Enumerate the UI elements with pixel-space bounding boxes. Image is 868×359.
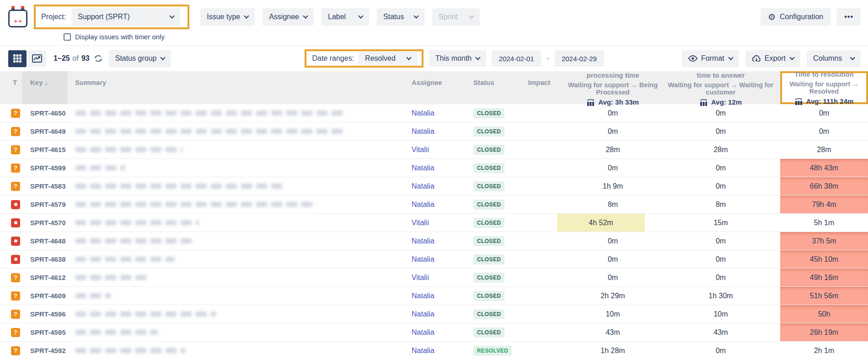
processing-time-cell: 4h 52m <box>564 214 661 232</box>
assignee-link[interactable]: Vitalii <box>412 146 429 154</box>
issue-key[interactable]: SPRT-4649 <box>22 122 68 140</box>
processing-time-cell: 28m <box>564 141 661 158</box>
grid-view-button[interactable] <box>8 50 27 67</box>
chevron-down-icon <box>469 13 474 18</box>
assignee-link[interactable]: Natalia <box>412 182 434 190</box>
export-dropdown[interactable]: Export <box>745 50 800 67</box>
assignee-link[interactable]: Natalia <box>412 201 434 209</box>
label-filter-label: Label <box>328 13 346 21</box>
label-dropdown[interactable]: Label <box>321 8 369 26</box>
assignee-link[interactable]: Natalia <box>412 127 434 136</box>
format-dropdown[interactable]: Format <box>682 50 739 67</box>
pagination-of: of <box>73 54 79 63</box>
assignee-dropdown[interactable]: Assignee <box>263 8 314 26</box>
table-header: T Key ↓ Summary Assignee Status Impact p… <box>0 71 868 104</box>
processing-time-cell: 1h 28m <box>564 342 661 359</box>
time-to-resolution-cell: 66h 38m <box>780 177 868 195</box>
assignee-link[interactable]: Natalia <box>412 310 434 318</box>
assignee-link[interactable]: Natalia <box>412 109 434 117</box>
issue-key[interactable]: SPRT-4592 <box>22 342 68 359</box>
issue-key[interactable]: SPRT-4595 <box>22 323 68 341</box>
date-from-input[interactable] <box>492 50 541 67</box>
assignee-link[interactable]: Vitalii <box>412 219 429 227</box>
assignee-link[interactable]: Natalia <box>412 237 434 245</box>
issue-key[interactable]: SPRT-4615 <box>22 141 68 158</box>
bug-issue-type-icon <box>11 237 20 246</box>
table-row: ?SPRT-4609NataliaCLOSED2h 29m1h 30m51h 5… <box>0 287 868 305</box>
assignee-link[interactable]: Natalia <box>412 328 434 337</box>
impact-cell <box>514 232 564 250</box>
format-label: Format <box>701 54 724 63</box>
impact-cell <box>514 122 564 140</box>
project-value: Support (SPRT) <box>78 13 130 21</box>
summary-blurred <box>75 165 125 170</box>
question-issue-type-icon: ? <box>11 109 20 118</box>
chart-view-button[interactable] <box>28 50 46 67</box>
status-badge: CLOSED <box>473 127 504 137</box>
date-to-input[interactable] <box>555 50 604 67</box>
summary-blurred <box>75 257 175 262</box>
time-to-answer-cell: 0m <box>661 269 780 286</box>
assignee-link[interactable]: Vitalii <box>412 274 429 282</box>
issue-key[interactable]: SPRT-4650 <box>22 104 68 122</box>
processing-time-highlight: 4h 52m <box>557 214 645 232</box>
issue-key[interactable]: SPRT-4579 <box>22 195 68 213</box>
impact-cell <box>514 250 564 268</box>
assignee-link[interactable]: Natalia <box>412 347 434 355</box>
summary-blurred <box>75 184 285 189</box>
assignee-link[interactable]: Natalia <box>412 255 434 264</box>
time-to-answer-cell: 10m <box>661 305 780 323</box>
grid-icon <box>13 54 22 63</box>
timer-only-checkbox[interactable] <box>64 33 71 41</box>
impact-cell <box>514 287 564 305</box>
question-issue-type-icon: ? <box>11 291 20 301</box>
table-row: ?SPRT-4596NataliaCLOSED10m10m50h <box>0 305 868 323</box>
assignee-link[interactable]: Natalia <box>412 164 434 172</box>
issue-key[interactable]: SPRT-4638 <box>22 250 68 268</box>
time-to-resolution-cell: 2h 1m <box>780 342 868 359</box>
project-dropdown[interactable]: Support (SPRT) <box>71 8 180 26</box>
date-ranges-dropdown[interactable]: Resolved <box>359 52 417 65</box>
issue-key[interactable]: SPRT-4570 <box>22 214 68 232</box>
chevron-down-icon <box>476 55 481 60</box>
assignee-link[interactable]: Natalia <box>412 292 434 300</box>
chevron-down-icon <box>413 13 418 18</box>
col-header-type: T <box>0 71 22 106</box>
date-ranges-label: Date ranges: <box>312 54 354 63</box>
more-actions-button[interactable]: ••• <box>837 8 861 26</box>
period-dropdown[interactable]: This month <box>429 50 486 67</box>
status-group-dropdown[interactable]: Status group <box>109 50 171 67</box>
summary-blurred <box>75 348 186 353</box>
status-badge: CLOSED <box>473 309 504 319</box>
time-to-answer-cell: 8m <box>661 195 780 213</box>
impact-cell <box>514 195 564 213</box>
question-issue-type-icon: ? <box>11 310 20 319</box>
issue-key[interactable]: SPRT-4612 <box>22 269 68 286</box>
issue-key[interactable]: SPRT-4648 <box>22 232 68 250</box>
configuration-button[interactable]: ⚙ Configuration <box>761 8 830 26</box>
summary-blurred <box>75 311 216 317</box>
issue-type-dropdown[interactable]: Issue type <box>200 8 255 26</box>
processing-time-cell: 0m <box>564 104 661 122</box>
issue-key[interactable]: SPRT-4583 <box>22 177 68 195</box>
refresh-button[interactable] <box>94 54 102 63</box>
table-row: SPRT-4638NataliaCLOSED0m0m45h 10m <box>0 250 868 269</box>
time-to-answer-cell: 1h 30m <box>661 287 780 305</box>
table-body: ?SPRT-4650NataliaCLOSED0m0m0m?SPRT-4649N… <box>0 104 868 359</box>
status-badge: CLOSED <box>473 200 504 210</box>
issue-key[interactable]: SPRT-4609 <box>22 287 68 305</box>
sort-desc-icon: ↓ <box>45 79 48 86</box>
app-logo: ↔ <box>8 6 27 27</box>
time-to-answer-cell: 43m <box>661 323 780 341</box>
status-badge: CLOSED <box>473 108 504 118</box>
col-header-time-to-answer: time to answer Waiting for support → Wai… <box>661 71 780 106</box>
issue-key[interactable]: SPRT-4596 <box>22 305 68 323</box>
table-row: ?SPRT-4592NataliaRESOLVED1h 28m0m2h 1m <box>0 342 868 359</box>
status-dropdown[interactable]: Status <box>377 8 424 26</box>
chevron-down-icon <box>850 55 855 60</box>
col-header-key[interactable]: Key ↓ <box>22 71 68 104</box>
chevron-down-icon <box>789 55 794 60</box>
issue-key[interactable]: SPRT-4599 <box>22 159 68 177</box>
columns-dropdown[interactable]: Columns <box>807 50 861 67</box>
timer-only-label: Display issues with timer only <box>75 33 165 41</box>
